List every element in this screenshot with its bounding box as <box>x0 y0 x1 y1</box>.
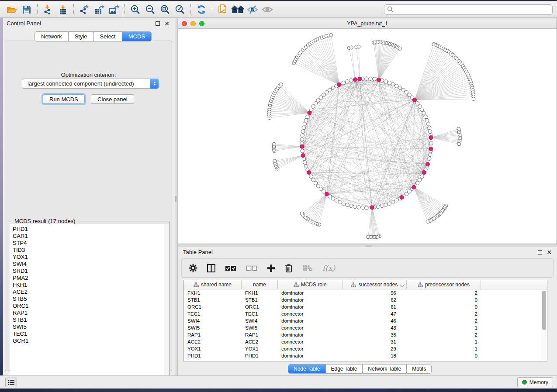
tab-style[interactable]: Style <box>69 32 94 41</box>
zoom-selected-icon[interactable] <box>173 3 187 16</box>
zoom-fit-icon[interactable] <box>158 3 173 16</box>
table-row[interactable]: ACE2ACE2connector311 <box>184 338 547 345</box>
memory-label: Memory <box>529 379 548 385</box>
tab-edge-table[interactable]: Edge Table <box>326 364 363 373</box>
task-history-button[interactable] <box>5 378 17 387</box>
mcds-result-item[interactable]: PMA2 <box>13 275 169 282</box>
deselect-all-icon[interactable] <box>246 265 257 271</box>
close-panel-button[interactable]: Close panel <box>91 94 134 104</box>
mcds-result-item[interactable]: STP4 <box>13 240 169 247</box>
close-panel-icon[interactable]: ✕ <box>164 21 170 26</box>
search-box[interactable] <box>384 4 553 15</box>
mcds-list-scrollbar[interactable] <box>164 224 169 381</box>
column-header-predecessor-nodes[interactable]: predecessor nodes <box>407 280 481 289</box>
cell-predecessor-nodes: 0 <box>407 303 481 310</box>
tab-mcds[interactable]: MCDS <box>122 32 151 41</box>
task-list-icon <box>8 380 14 385</box>
optimization-criterion-select[interactable]: largest connected component (undirected) <box>22 79 159 89</box>
apply-layout-icon[interactable] <box>194 3 209 16</box>
delete-column-icon[interactable] <box>285 264 293 272</box>
network-window-titlebar[interactable]: YPA_prune.txt_1 <box>178 18 557 29</box>
hide-selected-icon[interactable] <box>245 3 260 16</box>
table-row[interactable]: RAP1RAP1dominator352 <box>184 331 547 338</box>
export-table-icon[interactable] <box>92 3 107 16</box>
mcds-result-item[interactable]: GCR1 <box>13 337 169 344</box>
select-all-icon[interactable] <box>225 265 236 271</box>
mcds-result-item[interactable]: PHD1 <box>13 226 169 233</box>
open-file-icon[interactable] <box>4 3 19 16</box>
mcds-result-item[interactable]: SWI5 <box>13 323 169 330</box>
mcds-result-item[interactable]: STB1 <box>13 316 169 323</box>
mcds-result-item[interactable]: ACE2 <box>13 289 169 296</box>
network-canvas[interactable] <box>178 29 557 244</box>
tab-node-table[interactable]: Node Table <box>288 364 326 373</box>
show-all-icon[interactable] <box>260 3 275 16</box>
mcds-result-item[interactable]: ORC1 <box>13 303 169 309</box>
tab-network[interactable]: Network <box>35 32 69 41</box>
tab-network-table[interactable]: Network Table <box>363 364 407 373</box>
vertical-splitter[interactable] <box>175 18 178 375</box>
settings-icon[interactable] <box>189 264 197 272</box>
splitter-grip[interactable] <box>366 245 372 247</box>
zoom-out-icon[interactable] <box>143 3 158 16</box>
split-columns-icon[interactable] <box>207 264 215 272</box>
add-column-icon[interactable] <box>267 264 275 272</box>
import-table-icon[interactable] <box>55 3 70 16</box>
tree-icon <box>294 282 299 287</box>
save-session-icon[interactable] <box>19 3 34 16</box>
main-toolbar <box>0 1 557 18</box>
mcds-result-list[interactable]: PHD1CAR1STP4TID3YOX1SWI4SRD1PMA2FKH1ACE2… <box>10 224 169 381</box>
table-row[interactable]: ORC1ORC1dominator610 <box>184 303 547 310</box>
mcds-result-item[interactable]: SRD1 <box>13 268 169 275</box>
memory-button[interactable]: Memory <box>517 377 553 387</box>
status-bar: Memory <box>0 375 557 389</box>
cell-shared-name: SWI4 <box>184 317 242 324</box>
table-row[interactable]: STB1STB1dominator620 <box>184 296 547 303</box>
horizontal-splitter[interactable] <box>178 244 557 247</box>
table-row[interactable]: SWI4SWI4dominator462 <box>184 317 547 324</box>
cell-MCDS-role: dominator <box>278 352 343 359</box>
mcds-result-item[interactable]: TID3 <box>13 247 169 254</box>
cell-name: PHD1 <box>242 352 278 359</box>
mcds-result-item[interactable]: TEC1 <box>13 330 169 337</box>
export-image-icon[interactable] <box>107 3 121 16</box>
close-panel-icon[interactable]: ✕ <box>547 250 552 254</box>
table-row[interactable]: SWI5SWI5connector431 <box>184 324 547 331</box>
cell-MCDS-role: dominator <box>278 317 343 324</box>
import-network-icon[interactable] <box>41 3 55 16</box>
float-panel-icon[interactable] <box>156 21 160 26</box>
toolbar-separator <box>37 4 38 15</box>
mcds-result-item[interactable]: CAR1 <box>13 233 169 240</box>
zoom-in-icon[interactable] <box>128 3 143 16</box>
table-row[interactable]: PHD1PHD1dominator180 <box>184 352 547 359</box>
table-row[interactable]: FKH1FKH1dominator962 <box>184 289 547 296</box>
cell-MCDS-role: connector <box>278 345 343 352</box>
table-row[interactable]: TEC1TEC1connector472 <box>184 310 547 317</box>
cell-predecessor-nodes: 2 <box>407 317 481 324</box>
mcds-result-item[interactable]: YOX1 <box>13 254 169 261</box>
clone-network-icon[interactable] <box>215 3 230 16</box>
mcds-result-item[interactable]: RAP1 <box>13 309 169 316</box>
tab-select[interactable]: Select <box>94 32 122 41</box>
column-header-successor-nodes[interactable]: successor nodes <box>343 280 407 289</box>
toolbar-separator <box>125 4 125 15</box>
show-networks-icon[interactable] <box>230 3 245 16</box>
scrollbar-thumb[interactable] <box>542 291 546 330</box>
run-mcds-button[interactable]: Run MCDS <box>43 94 85 104</box>
column-header-MCDS-role[interactable]: MCDS role <box>278 280 343 289</box>
mcds-result-item[interactable]: STB5 <box>13 296 169 303</box>
float-panel-icon[interactable] <box>538 250 542 254</box>
mcds-result-item[interactable]: SWI4 <box>13 261 169 268</box>
cell-predecessor-nodes: 2 <box>407 289 481 296</box>
column-header-name[interactable]: name <box>242 280 278 289</box>
export-network-icon[interactable] <box>77 3 92 16</box>
search-input[interactable] <box>394 7 550 13</box>
mcds-result-group: MCDS result (17 nodes) PHD1CAR1STP4TID3Y… <box>9 221 170 382</box>
table-row[interactable]: YOX1YOX1connector291 <box>184 345 547 352</box>
tab-motifs[interactable]: Motifs <box>407 364 431 373</box>
column-header-shared-name[interactable]: shared name <box>184 280 242 289</box>
splitter-grip[interactable] <box>175 196 177 202</box>
table-scrollbar[interactable] <box>541 290 547 361</box>
mcds-result-item[interactable]: FKH1 <box>13 282 169 289</box>
network-graph[interactable] <box>178 29 557 244</box>
